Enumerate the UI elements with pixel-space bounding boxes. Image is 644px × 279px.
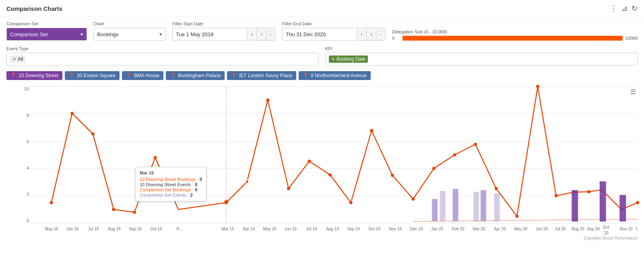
venue-buckingham[interactable]: 📍 Buckingham Palace xyxy=(166,71,225,80)
header-actions: ⋮ ⊿ ↻ xyxy=(610,4,638,13)
start-date-label: Filter Start Date xyxy=(172,21,276,26)
kpi-tag: ✕ Booking Date xyxy=(329,55,368,63)
tooltip-diamond xyxy=(224,199,229,204)
event-type-input[interactable]: ✕ All xyxy=(6,53,319,66)
y-label-10: 10 xyxy=(24,86,29,91)
orange-line xyxy=(52,86,638,216)
end-date-clear[interactable]: - xyxy=(376,28,386,41)
dot-12 xyxy=(328,173,332,176)
x-label-aug19: Aug 19 xyxy=(326,227,339,231)
dot-15 xyxy=(391,174,394,177)
kpi-input[interactable]: ✕ Booking Date xyxy=(325,53,638,66)
dot-11 xyxy=(308,160,311,163)
y-label-8: 8 xyxy=(27,113,29,118)
event-type-group: Event Type ✕ All xyxy=(6,46,319,66)
delegation-max-value: 10000 xyxy=(625,36,638,41)
start-date-next[interactable]: › xyxy=(256,28,266,41)
x-label-jun19: Jun 19 xyxy=(285,227,297,231)
start-date-clear[interactable]: - xyxy=(266,28,276,41)
bar-jan20-2 xyxy=(440,191,446,222)
chart-select[interactable]: Bookings xyxy=(93,28,166,41)
venue-name-4: Buckingham Palace xyxy=(178,73,221,78)
dot-18 xyxy=(453,153,456,156)
comparison-set-group: Comparison Set Comparison Set xyxy=(6,21,87,41)
dot-28 xyxy=(636,201,639,204)
chart-svg xyxy=(31,86,638,223)
dot-25 xyxy=(587,190,590,193)
dot-14 xyxy=(370,129,373,132)
start-date-group: Filter Start Date ‹ › - xyxy=(172,21,276,41)
venue-10-downing[interactable]: 📍 10 Downing Street xyxy=(6,71,62,80)
start-date-field[interactable] xyxy=(172,28,247,41)
filters-row: Event Type ✕ All KPI ✕ Booking Date xyxy=(0,44,644,68)
end-date-input-group: ‹ › - xyxy=(282,28,386,41)
dot-8 xyxy=(246,180,249,183)
x-label-oct19: Oct 19 xyxy=(368,227,380,231)
chart-group: Chart Bookings xyxy=(93,21,166,41)
chart-label: Chart xyxy=(93,21,166,26)
kpi-remove[interactable]: ✕ xyxy=(331,57,335,62)
x-label-apr19: Apr 19 xyxy=(243,227,255,231)
event-type-tag: ✕ All xyxy=(10,55,25,63)
x-axis-svg: May 18 Jun 18 Jul 18 Aug 18 Sep 18 Oct 1… xyxy=(31,224,638,235)
end-date-field[interactable] xyxy=(282,28,357,41)
y-label-4: 4 xyxy=(27,166,29,170)
bar-mar20-2 xyxy=(481,190,486,222)
x-label-sep20: Sep 20 xyxy=(587,227,600,231)
end-date-prev[interactable]: ‹ xyxy=(357,28,366,41)
dot-17 xyxy=(432,167,436,170)
refresh-icon[interactable]: ↻ xyxy=(632,4,638,13)
dot-2 xyxy=(70,112,74,115)
venue-iet[interactable]: 📍 IET London Savoy Place xyxy=(227,71,296,80)
bar-mar20-1 xyxy=(473,192,479,222)
y-label-6: 6 xyxy=(27,139,29,144)
x-label-jun18: Jun 18 xyxy=(66,227,78,231)
dot-23 xyxy=(555,194,558,197)
dot-9 xyxy=(266,98,269,102)
venue-30-euston[interactable]: 📍 30 Euston Square xyxy=(65,71,120,80)
delegation-min-value: 0 xyxy=(392,36,400,41)
delegation-track xyxy=(402,36,623,41)
kpi-label: KPI xyxy=(325,46,638,51)
more-icon[interactable]: ⋮ xyxy=(610,4,617,13)
x-label-may20: May 20 xyxy=(514,227,528,231)
end-date-group: Filter End Date ‹ › - xyxy=(282,21,386,41)
dot-19 xyxy=(474,143,477,146)
venue-name-5: IET London Savoy Place xyxy=(239,73,292,78)
y-label-2: 2 xyxy=(27,192,29,197)
page-title: Comparison Charts xyxy=(6,5,62,12)
comparison-set-select[interactable]: Comparison Set xyxy=(6,28,87,41)
venue-northumberland[interactable]: 📍 8 Northumberland Avenue xyxy=(299,71,371,80)
dot-3 xyxy=(91,132,95,135)
x-label-nov19: Nov 19 xyxy=(389,227,402,231)
event-type-remove[interactable]: ✕ xyxy=(12,57,16,62)
x-label-aug20: Aug 20 xyxy=(572,227,584,231)
chart-area: 10 8 6 4 2 0 ☰ xyxy=(0,86,644,235)
x-label-mar20: Mar 20 xyxy=(473,227,485,231)
pin-icon-6: 📍 xyxy=(303,73,309,78)
end-date-label: Filter End Date xyxy=(282,21,386,26)
dot-6 xyxy=(154,156,157,159)
dot-13 xyxy=(349,201,353,204)
venue-name-6: 8 Northumberland Avenue xyxy=(311,73,367,78)
x-label-oct20-1: Oct xyxy=(603,225,609,230)
x-label-dec19: Dec 19 xyxy=(410,227,423,231)
app-header: Comparison Charts ⋮ ⊿ ↻ xyxy=(0,0,644,16)
start-date-prev[interactable]: ‹ xyxy=(247,28,256,41)
dot-5 xyxy=(133,211,136,214)
venue-name-1: 10 Downing Street xyxy=(19,73,58,78)
grid-0 xyxy=(31,223,638,224)
x-label-oct18: Oct 18 xyxy=(150,227,162,231)
x-label-oct20-2: 20 xyxy=(604,231,609,235)
bar-jan20-1 xyxy=(432,199,438,222)
venue-bma-house[interactable]: 📍 BMA House xyxy=(122,71,163,80)
filter-icon[interactable]: ⊿ xyxy=(621,4,627,13)
dot-10 xyxy=(287,187,290,190)
comparison-set-label: Comparison Set xyxy=(6,21,87,26)
x-label-jul20: Jul 20 xyxy=(555,227,566,231)
x-label-apr20: Apr 20 xyxy=(494,227,506,231)
x-label-jul18: Jul 18 xyxy=(88,227,99,231)
end-date-next[interactable]: › xyxy=(366,28,376,41)
venue-name-3: BMA House xyxy=(134,73,159,78)
x-label-sep18: Sep 18 xyxy=(129,227,142,231)
